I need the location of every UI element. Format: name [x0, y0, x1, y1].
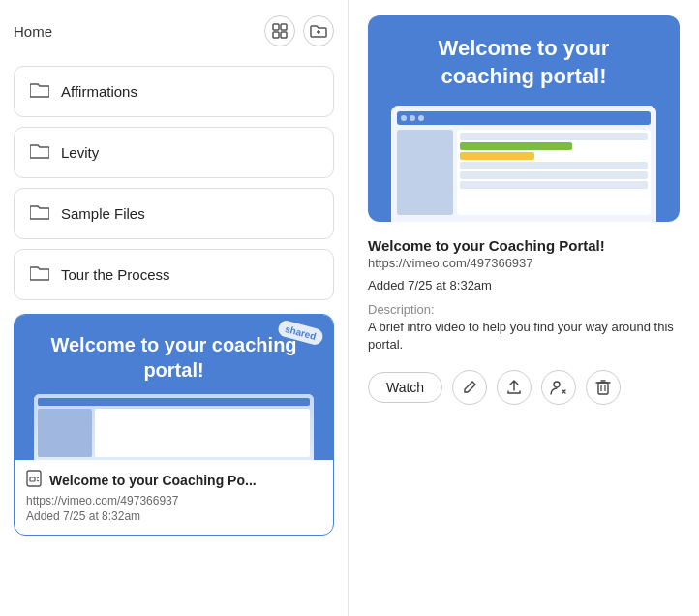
folder-item-sample-files[interactable]: Sample Files — [14, 188, 334, 239]
detail-added: Added 7/25 at 8:32am — [368, 278, 680, 293]
video-screenshot — [34, 394, 314, 460]
fake-screen-sidebar — [38, 409, 92, 457]
detail-title: Welcome to your Coaching Portal! — [368, 237, 680, 254]
dot2 — [410, 115, 415, 121]
r-main-row-6 — [460, 181, 648, 189]
fake-screen-main — [95, 409, 310, 457]
svg-rect-7 — [30, 477, 35, 481]
folder-item-tour-the-process[interactable]: Tour the Process — [14, 249, 334, 300]
folder-icon — [30, 263, 49, 286]
share-button[interactable] — [497, 370, 532, 405]
r-sidebar — [397, 130, 453, 215]
detail-section: Welcome to your Coaching Portal! https:/… — [368, 237, 680, 354]
svg-rect-0 — [273, 24, 279, 30]
grid-icon — [272, 23, 288, 39]
fake-screen-bar — [38, 398, 310, 406]
folder-item-levity[interactable]: Levity — [14, 127, 334, 178]
home-header: Home — [14, 12, 334, 50]
folder-label-levity: Levity — [61, 144, 99, 161]
folder-icon — [30, 141, 49, 164]
r-main — [457, 130, 651, 215]
video-card-title: Welcome to your Coaching Po... — [49, 473, 257, 488]
edit-icon — [462, 380, 477, 395]
r-main-row-1 — [460, 133, 648, 140]
assign-button[interactable] — [541, 370, 576, 405]
header-icons — [264, 15, 334, 46]
fake-screen — [34, 394, 314, 460]
svg-rect-11 — [598, 383, 608, 394]
right-screen-inner — [391, 106, 656, 222]
svg-point-10 — [554, 382, 560, 387]
video-card-info: Welcome to your Coaching Po... https://v… — [15, 460, 333, 535]
right-screenshot — [391, 106, 656, 222]
svg-rect-6 — [27, 471, 41, 486]
right-screen-topbar — [397, 111, 651, 125]
detail-desc-label: Description: — [368, 302, 680, 317]
folder-label-sample-files: Sample Files — [61, 205, 145, 222]
r-main-row-5 — [460, 171, 648, 179]
svg-line-9 — [37, 480, 39, 481]
video-card-date: Added 7/25 at 8:32am — [26, 509, 321, 523]
video-card[interactable]: shared Welcome to your coaching portal! — [14, 314, 334, 536]
detail-desc-text: A brief intro video to help you find you… — [368, 319, 680, 354]
r-main-row-4 — [460, 162, 648, 169]
video-thumbnail-title: Welcome to your coaching portal! — [30, 332, 318, 383]
r-main-row-2 — [460, 142, 573, 150]
folder-icon — [30, 80, 49, 103]
folder-item-affirmations[interactable]: Affirmations — [14, 66, 334, 117]
video-file-icon — [26, 470, 42, 491]
add-folder-button[interactable] — [303, 15, 334, 46]
folder-list: Affirmations Levity Sample Files — [14, 66, 334, 300]
folder-label-tour-the-process: Tour the Process — [61, 266, 170, 283]
right-screen-body — [397, 130, 651, 215]
home-title: Home — [14, 23, 52, 40]
add-folder-icon — [310, 23, 327, 39]
left-panel: Home — [0, 0, 349, 616]
svg-rect-3 — [281, 32, 287, 38]
upload-icon — [506, 380, 522, 395]
folder-label-affirmations: Affirmations — [61, 83, 137, 100]
right-thumbnail-title: Welcome to your coaching portal! — [383, 35, 664, 90]
action-bar: Watch — [368, 370, 680, 405]
watch-button[interactable]: Watch — [368, 372, 442, 403]
grid-view-button[interactable] — [264, 15, 295, 46]
svg-rect-2 — [273, 32, 279, 38]
video-card-title-row: Welcome to your Coaching Po... — [26, 470, 321, 491]
right-thumbnail: Welcome to your coaching portal! — [368, 15, 680, 222]
dot3 — [418, 115, 424, 121]
trash-icon — [595, 379, 611, 395]
dot1 — [401, 115, 407, 121]
assign-user-icon — [550, 380, 567, 395]
svg-rect-1 — [281, 24, 287, 30]
folder-icon — [30, 202, 49, 225]
svg-line-8 — [37, 477, 39, 478]
video-card-url: https://vimeo.com/497366937 — [26, 494, 321, 508]
edit-button[interactable] — [452, 370, 487, 405]
video-thumbnail: shared Welcome to your coaching portal! — [15, 315, 333, 460]
r-main-row-3 — [460, 152, 535, 160]
fake-screen-content — [38, 409, 310, 457]
right-panel: Welcome to your coaching portal! — [349, 0, 699, 616]
detail-url: https://vimeo.com/497366937 — [368, 256, 680, 270]
delete-button[interactable] — [586, 370, 621, 405]
